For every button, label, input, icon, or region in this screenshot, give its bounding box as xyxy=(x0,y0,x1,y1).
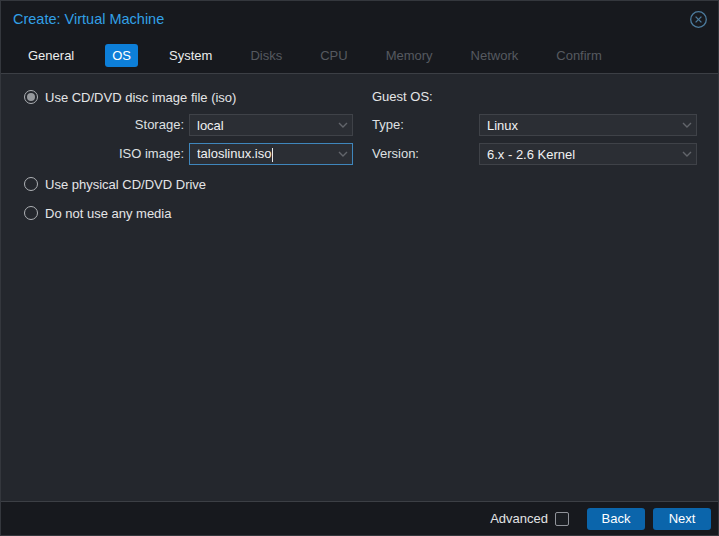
chevron-down-icon xyxy=(682,151,692,157)
dialog-title: Create: Virtual Machine xyxy=(13,11,688,27)
close-icon[interactable] xyxy=(688,9,708,29)
iso-image-label: ISO image: xyxy=(61,143,184,165)
storage-value: local xyxy=(197,118,338,133)
radio-use-iso-label: Use CD/DVD disc image file (iso) xyxy=(45,90,236,105)
guest-type-select[interactable]: Linux xyxy=(479,114,697,136)
guest-os-heading: Guest OS: xyxy=(372,89,433,104)
advanced-label: Advanced xyxy=(490,511,548,526)
radio-use-iso[interactable] xyxy=(24,90,38,104)
iso-image-text: taloslinux.iso xyxy=(197,146,271,161)
chevron-down-icon xyxy=(338,151,348,157)
iso-image-value: taloslinux.iso xyxy=(197,146,338,162)
radio-no-media[interactable] xyxy=(24,206,38,220)
guest-version-select[interactable]: 6.x - 2.6 Kernel xyxy=(479,143,697,165)
guest-type-value: Linux xyxy=(487,118,682,133)
tab-disks: Disks xyxy=(243,44,289,67)
type-label: Type: xyxy=(372,114,472,136)
radio-row-iso: Use CD/DVD disc image file (iso) xyxy=(24,89,236,105)
os-tab-panel: Use CD/DVD disc image file (iso) Storage… xyxy=(1,73,718,502)
tab-os[interactable]: OS xyxy=(105,44,138,67)
radio-physical-drive-label: Use physical CD/DVD Drive xyxy=(45,177,206,192)
tab-cpu: CPU xyxy=(313,44,354,67)
chevron-down-icon xyxy=(338,122,348,128)
tab-memory: Memory xyxy=(379,44,440,67)
create-vm-dialog: Create: Virtual Machine General OS Syste… xyxy=(0,0,719,536)
dialog-footer: Advanced Back Next xyxy=(1,502,718,535)
version-label: Version: xyxy=(372,143,472,165)
back-button[interactable]: Back xyxy=(587,508,645,530)
guest-version-value: 6.x - 2.6 Kernel xyxy=(487,147,682,162)
tab-network: Network xyxy=(464,44,526,67)
dialog-titlebar: Create: Virtual Machine xyxy=(1,1,718,37)
iso-image-combo-input[interactable]: taloslinux.iso xyxy=(189,143,353,165)
next-button[interactable]: Next xyxy=(653,508,711,530)
tab-system[interactable]: System xyxy=(162,44,219,67)
advanced-checkbox[interactable] xyxy=(555,512,569,526)
chevron-down-icon xyxy=(682,122,692,128)
tab-confirm: Confirm xyxy=(549,44,609,67)
radio-no-media-label: Do not use any media xyxy=(45,206,171,221)
storage-select[interactable]: local xyxy=(189,114,353,136)
radio-row-physical: Use physical CD/DVD Drive xyxy=(24,176,206,192)
radio-physical-drive[interactable] xyxy=(24,177,38,191)
text-cursor xyxy=(272,148,273,162)
wizard-tabbar: General OS System Disks CPU Memory Netwo… xyxy=(1,37,718,73)
radio-row-nomedia: Do not use any media xyxy=(24,205,171,221)
tab-general[interactable]: General xyxy=(21,44,81,67)
storage-label: Storage: xyxy=(61,114,184,136)
